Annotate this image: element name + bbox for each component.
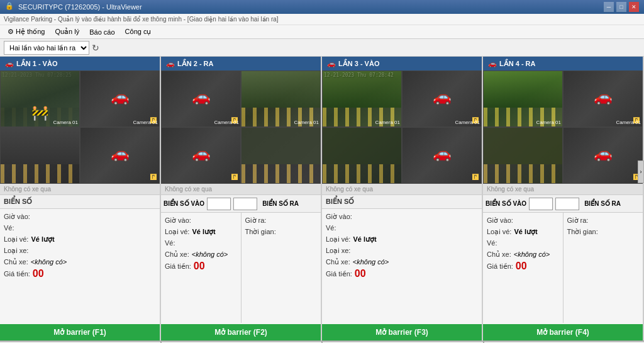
refresh-button[interactable]: ↻ xyxy=(92,43,99,53)
lane-2-camera-1: 🚗 🅿 Camera 01 xyxy=(161,70,241,127)
lane-2-camera-row-2: 🚗 🅿 xyxy=(161,127,321,184)
lane-2-chu-xe: Chủ xe: <không có> xyxy=(165,249,237,259)
lane-4-camera-row-2: 🚗 🅿 xyxy=(483,127,643,184)
lane-2-ra-col: Giờ ra: Thời gian: xyxy=(242,213,321,323)
lane-2-title: LẦN 2 - RA xyxy=(177,60,214,68)
lane-2-gia-tien-val: 00 xyxy=(194,261,205,272)
chu-xe-value: <không có> xyxy=(31,258,67,266)
lane-2-barrier-btn[interactable]: Mở barrier (F2) xyxy=(161,324,321,340)
lane-3-camera-2: 🚗 🅿 Camera 01 xyxy=(402,70,482,127)
lane-4-thoi-gian: Thời gian: xyxy=(567,227,640,237)
lane-2-chu-xe-val: <không có> xyxy=(192,250,228,258)
lane-4-icon: 🚗 xyxy=(488,60,497,68)
lane-3-info: Giờ vào: Vé: Loại vé: Vé lượt Loại xe: C… xyxy=(322,209,482,323)
lane-3-camera-1: 12-21-2023 Thu 07:28:42 Camera 01 xyxy=(322,70,402,127)
menu-report[interactable]: Báo cáo xyxy=(84,27,119,37)
lane-4-bienso-vao-box2 xyxy=(555,198,579,210)
lane-1-barrier-btn[interactable]: Mở barrier (F1) xyxy=(0,324,160,340)
lane-2-vao-col: Giờ vào: Loại vé: Vé lượt Vé: Chủ xe: <k… xyxy=(161,213,242,323)
lane-2-icon: 🚗 xyxy=(166,60,175,68)
lane-2-thoi-gian: Thời gian: xyxy=(245,227,318,237)
lane-4-bienso-bar: BIỂN SỐ VÀO BIỂN SỐ RA xyxy=(483,195,643,213)
loai-xe-label: Loại xe: xyxy=(4,247,28,255)
chu-xe-label: Chủ xe: xyxy=(4,258,28,266)
lane-1-chu-xe: Chủ xe: <không có> xyxy=(4,257,156,267)
lane-4-title: LẦN 4 - RA xyxy=(499,60,536,68)
loai-ve-value: Vé lượt xyxy=(31,235,54,244)
lane-3-barrier-btn[interactable]: Mở barrier (F3) xyxy=(322,324,482,340)
minimize-button[interactable]: ─ xyxy=(604,2,614,12)
lane-4-no-car: Không có xe qua xyxy=(483,184,643,195)
lane-3-cam2-label: Camera 01 xyxy=(455,120,480,125)
mode-select[interactable]: Hai lần vào hai lần ra xyxy=(4,41,89,55)
system-icon: ⚙ xyxy=(8,28,14,36)
window-title: SECURITYPC (71262005) - UltraViewer xyxy=(18,3,604,11)
subtitle-bar: Vigilance Parking - Quản lý vào điều hàn… xyxy=(0,14,644,25)
bienso-vao-box xyxy=(207,198,231,210)
menu-bar: ⚙ Hệ thống Quản lý Báo cáo Công cụ xyxy=(0,25,644,39)
lane-4-ra-col: Giờ ra: Thời gian: xyxy=(564,213,643,323)
menu-manage[interactable]: Quản lý xyxy=(50,26,84,37)
lane-3-column: 🚗 LẦN 3 - VÀO 12-21-2023 Thu 07:28:42 Ca… xyxy=(322,57,483,340)
lane-2-ve: Vé: xyxy=(165,238,237,248)
lane-4-header: 🚗 LẦN 4 - RA xyxy=(483,57,643,70)
title-bar: 🔒 SECURITYPC (71262005) - UltraViewer ─ … xyxy=(0,0,644,14)
lane-4-cameras: Camera 01 🚗 🅿 Camera 01 xyxy=(483,70,643,127)
lane-3-cameras: 12-21-2023 Thu 07:28:42 Camera 01 🚗 🅿 Ca… xyxy=(322,70,482,127)
lane-1-camera-3 xyxy=(0,127,80,184)
lane-4-bienso-vao-label: BIỂN SỐ VÀO xyxy=(486,200,526,207)
lane-4-camera-1: Camera 01 xyxy=(483,70,563,127)
lane-3-camera-4: 🚗 🅿 xyxy=(402,127,482,184)
lane-1-camera-1: 12:21-2023 Thu 07:28:25 🚧 Camera 01 xyxy=(0,70,80,127)
lane-3-ve: Vé: xyxy=(326,223,478,233)
gia-tien-value: 00 xyxy=(33,268,44,279)
lane-3-header: 🚗 LẦN 3 - VÀO xyxy=(322,57,482,70)
lane-4-gio-ra: Giờ ra: xyxy=(567,215,640,225)
camera-2-label: Camera 01 xyxy=(133,120,158,125)
lane-1-loai-xe: Loại xe: xyxy=(4,245,156,256)
lane-4-ve: Vé: xyxy=(487,238,559,248)
lane-2-camera-4 xyxy=(241,127,321,184)
lane-1-ve: Vé: xyxy=(4,223,156,233)
lane-4-cam2-label: Camera 01 xyxy=(616,120,641,125)
bienso-vao-box2 xyxy=(233,198,257,210)
lane-3-loai-xe: Loại xe: xyxy=(326,245,478,256)
main-content: 🚗 LẦN 1 - VÀO 12:21-2023 Thu 07:28:25 🚧 … xyxy=(0,57,644,340)
lane-4-loai-ve: Loại vé: Vé lượt xyxy=(487,227,559,237)
lane-4-chu-xe-val: <không có> xyxy=(514,250,550,258)
menu-tools[interactable]: Công cụ xyxy=(120,26,157,37)
lane-2-loai-ve: Loại vé: Vé lượt xyxy=(165,227,237,237)
lane-4-gia-tien: Giá tiền: 00 xyxy=(487,261,559,272)
ve-label: Vé: xyxy=(4,224,14,232)
lane-1-camera-4: 🚗 🅿 xyxy=(80,127,160,184)
lane-1-header: 🚗 LẦN 1 - VÀO xyxy=(0,57,160,70)
toolbar: Hai lần vào hai lần ra ↻ xyxy=(0,39,644,57)
close-button[interactable]: ✕ xyxy=(629,2,639,12)
lane-2-gia-tien: Giá tiền: 00 xyxy=(165,261,237,272)
gia-tien-label: Giá tiền: xyxy=(4,270,30,278)
lane-4-bienso-vao-box1 xyxy=(529,198,553,210)
subtitle-text: Vigilance Parking - Quản lý vào điều hàn… xyxy=(4,16,279,23)
maximize-button[interactable]: □ xyxy=(616,2,626,12)
lane-2-cameras: 🚗 🅿 Camera 01 Camera 01 xyxy=(161,70,321,127)
lane-4-barrier-btn[interactable]: Mở barrier (F4) xyxy=(483,324,643,340)
lane-2-column: 🚗 LẦN 2 - RA 🚗 🅿 Camera 01 Camera 01 🚗 🅿 xyxy=(161,57,322,340)
menu-system[interactable]: ⚙ Hệ thống xyxy=(3,26,50,37)
lane-4-column: 🚗 LẦN 4 - RA Camera 01 🚗 🅿 Camera 01 🚗 xyxy=(483,57,644,340)
lane-4-camera-3 xyxy=(483,127,563,184)
bienso-vao-label: BIỂN SỐ VÀO xyxy=(164,200,204,207)
lane-3-camera-row-2: 🚗 🅿 xyxy=(322,127,482,184)
lane-3-camera-3 xyxy=(322,127,402,184)
lane-2-bienso-bar: BIỂN SỐ VÀO BIỂN SỐ RA xyxy=(161,195,321,213)
lane-1-info: Giờ vào: Vé: Loại vé: Vé lượt Loại xe: C… xyxy=(0,209,160,323)
lane-3-gia-tien: Giá tiền: 00 xyxy=(326,268,478,279)
lane-3-cam1-label: Camera 01 xyxy=(375,120,400,125)
side-arrow[interactable]: › xyxy=(638,160,644,183)
lane-3-icon: 🚗 xyxy=(327,60,336,68)
lane-2-info: Giờ vào: Loại vé: Vé lượt Vé: Chủ xe: <k… xyxy=(161,213,321,323)
lane-2-no-car: Không có xe qua xyxy=(161,184,321,195)
lane-3-chu-xe: Chủ xe: <không có> xyxy=(326,257,478,267)
lane-4-gia-tien-val: 00 xyxy=(516,261,527,272)
lane-3-loai-ve: Loại vé: Vé lượt xyxy=(326,234,478,244)
lane-1-gia-tien: Giá tiền: 00 xyxy=(4,268,156,279)
